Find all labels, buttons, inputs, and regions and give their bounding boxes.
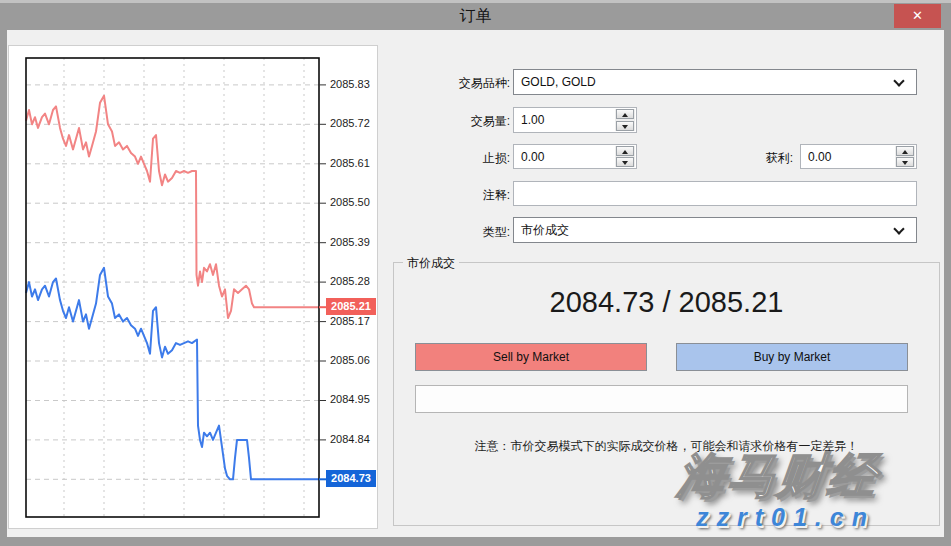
symbol-value: GOLD, GOLD bbox=[521, 70, 596, 94]
y-axis-label: 2084.95 bbox=[330, 393, 370, 405]
y-axis-label: 2085.72 bbox=[330, 117, 370, 129]
triangle-up-icon bbox=[622, 113, 628, 117]
stop-loss-label: 止损: bbox=[380, 150, 510, 167]
window-frame-right bbox=[944, 30, 951, 546]
stop-loss-spinner bbox=[615, 146, 635, 167]
tick-chart-panel: 2085.832085.722085.612085.502085.392085.… bbox=[8, 45, 378, 529]
triangle-up-icon bbox=[622, 150, 628, 154]
window-frame-bottom bbox=[0, 537, 951, 546]
chevron-down-icon bbox=[893, 75, 904, 86]
order-type-value: 市价成交 bbox=[521, 218, 569, 242]
y-axis-label: 2085.83 bbox=[330, 78, 370, 90]
triangle-down-icon bbox=[902, 161, 908, 165]
chevron-down-icon bbox=[893, 223, 904, 234]
y-axis-label: 2085.39 bbox=[330, 236, 370, 248]
spin-up-button[interactable] bbox=[896, 146, 914, 156]
volume-label: 交易量: bbox=[380, 113, 510, 130]
close-button[interactable]: ✕ bbox=[894, 4, 941, 28]
comment-fieldbox bbox=[513, 181, 917, 206]
comment-label: 注释: bbox=[380, 187, 510, 204]
buy-by-market-button[interactable]: Buy by Market bbox=[676, 343, 908, 371]
market-execution-group-title: 市价成交 bbox=[403, 255, 459, 272]
dialog-title: 订单 bbox=[0, 3, 951, 30]
comment-input[interactable] bbox=[514, 182, 916, 205]
y-axis-label: 2085.28 bbox=[330, 275, 370, 287]
symbol-label: 交易品种: bbox=[380, 75, 510, 92]
take-profit-spinner bbox=[895, 146, 915, 167]
spin-down-button[interactable] bbox=[616, 121, 634, 131]
ask-price-badge: 2085.21 bbox=[326, 298, 376, 315]
order-dialog: 订单 ✕ 2085.832085.722085.612085.502085.39… bbox=[0, 0, 951, 546]
spin-up-button[interactable] bbox=[616, 109, 634, 119]
spin-down-button[interactable] bbox=[896, 157, 914, 167]
y-axis-label: 2085.61 bbox=[330, 157, 370, 169]
order-type-select[interactable]: 市价成交 bbox=[513, 217, 917, 243]
volume-input[interactable] bbox=[514, 108, 614, 132]
volume-spinner bbox=[615, 109, 635, 131]
take-profit-label: 获利: bbox=[700, 150, 793, 167]
sell-by-market-button[interactable]: Sell by Market bbox=[415, 343, 647, 371]
y-axis-label: 2085.06 bbox=[330, 354, 370, 366]
take-profit-input[interactable] bbox=[801, 145, 894, 168]
y-axis-label: 2085.17 bbox=[330, 315, 370, 327]
close-icon: ✕ bbox=[912, 8, 923, 23]
bid-price-badge: 2084.73 bbox=[326, 470, 376, 487]
y-axis-label: 2084.84 bbox=[330, 433, 370, 445]
bid-ask-price-display: 2084.73 / 2085.21 bbox=[393, 286, 940, 319]
symbol-select[interactable]: GOLD, GOLD bbox=[513, 69, 917, 95]
y-axis-label: 2085.50 bbox=[330, 196, 370, 208]
spin-down-button[interactable] bbox=[616, 157, 634, 167]
stop-loss-stepper[interactable] bbox=[513, 144, 637, 169]
tick-chart-canvas bbox=[25, 57, 329, 523]
window-frame-left bbox=[0, 30, 7, 546]
triangle-down-icon bbox=[622, 161, 628, 165]
watermark-url: zzrt01.cn bbox=[696, 503, 875, 532]
triangle-up-icon bbox=[902, 150, 908, 154]
type-label: 类型: bbox=[380, 224, 510, 241]
execution-status-box bbox=[415, 385, 908, 413]
triangle-down-icon bbox=[622, 125, 628, 129]
watermark-brand: 海马财经 bbox=[675, 444, 882, 508]
spin-up-button[interactable] bbox=[616, 146, 634, 156]
stop-loss-input[interactable] bbox=[514, 145, 614, 168]
volume-stepper[interactable] bbox=[513, 107, 637, 133]
take-profit-stepper[interactable] bbox=[800, 144, 917, 169]
